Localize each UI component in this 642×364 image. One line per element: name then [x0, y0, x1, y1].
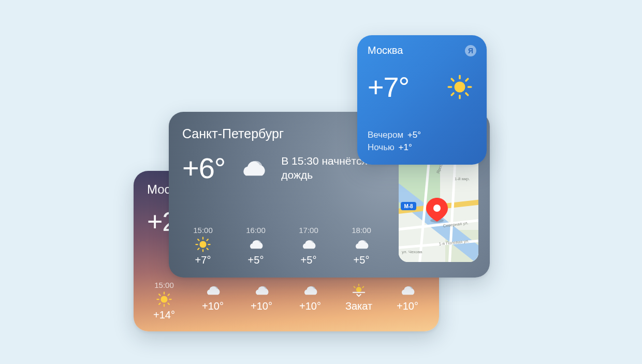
- hour-cell: Закат: [342, 281, 376, 321]
- hour-temp: +10°: [251, 300, 272, 312]
- cloud-icon: [302, 284, 318, 297]
- hour-time: 18:00: [352, 226, 371, 235]
- precipitation-map[interactable]: Окружной пр 1-й мкр. Ярославская Северна…: [399, 152, 478, 262]
- hour-time: 15:00: [154, 281, 174, 289]
- sunset-icon: [351, 284, 367, 297]
- weather-widget-small[interactable]: Москва Я +7° Вечером +5° Ночью +1°: [357, 35, 487, 165]
- hour-cell: 15:00 +14°: [147, 281, 181, 321]
- hour-cell: 16:00 +5°: [235, 226, 276, 266]
- cloud-icon: [301, 238, 316, 251]
- svg-text:1-й мкр.: 1-й мкр.: [455, 177, 470, 181]
- hour-time: 17:00: [299, 226, 318, 235]
- svg-point-33: [433, 205, 441, 212]
- route-badge: М-8: [401, 202, 416, 210]
- daypart-temp: +1°: [399, 142, 412, 152]
- hour-temp: +10°: [397, 300, 418, 312]
- hourly-forecast: 15:00 +7° 16:00 +5° 17:00 +5° 18:00 +5°: [182, 226, 397, 266]
- hour-cell: +10°: [244, 281, 279, 321]
- hour-time: 15:00: [193, 226, 213, 235]
- hour-time: 16:00: [246, 226, 266, 235]
- svg-text:ул. Чехова: ул. Чехова: [402, 250, 422, 254]
- daypart-label: Вечером: [368, 130, 403, 140]
- current-temperature: +6°: [182, 151, 225, 185]
- hour-temp: +5°: [248, 254, 264, 266]
- daypart-forecast: Вечером +5° Ночью +1°: [368, 129, 421, 154]
- cloud-icon: [248, 238, 264, 251]
- hour-temp: +10°: [299, 300, 321, 312]
- cloud-icon: [254, 284, 269, 297]
- hour-cell: +10°: [390, 281, 425, 321]
- hour-temp: +5°: [354, 254, 370, 266]
- hour-cell: +10°: [196, 281, 230, 321]
- hour-cell: 17:00 +5°: [288, 226, 329, 266]
- city-name: Санкт-Петербург: [182, 126, 284, 141]
- hour-temp: +14°: [153, 309, 175, 321]
- hour-temp: +5°: [301, 254, 317, 266]
- yandex-icon: Я: [465, 45, 476, 56]
- cloud-icon: [238, 157, 269, 180]
- hour-cell: 15:00 +7°: [182, 226, 224, 266]
- hour-temp: +10°: [202, 300, 224, 312]
- hour-temp: +7°: [195, 254, 211, 266]
- hourly-forecast: 15:00 +14° +10° +10° +10° Закат +10°: [147, 281, 426, 321]
- hour-temp: Закат: [345, 300, 372, 312]
- daypart-label: Ночью: [368, 142, 395, 152]
- cloud-icon: [205, 284, 221, 297]
- hour-cell: +10°: [293, 281, 327, 321]
- sun-icon: [447, 75, 472, 99]
- sun-icon: [156, 293, 172, 306]
- cloud-icon: [400, 284, 415, 297]
- city-name: Москва: [368, 45, 403, 56]
- daypart-temp: +5°: [407, 130, 421, 140]
- sun-icon: [195, 238, 211, 251]
- hour-cell: 18:00 +5°: [341, 226, 382, 266]
- cloud-icon: [354, 238, 369, 251]
- svg-text:М-8: М-8: [404, 203, 413, 209]
- current-temperature: +7°: [368, 71, 409, 103]
